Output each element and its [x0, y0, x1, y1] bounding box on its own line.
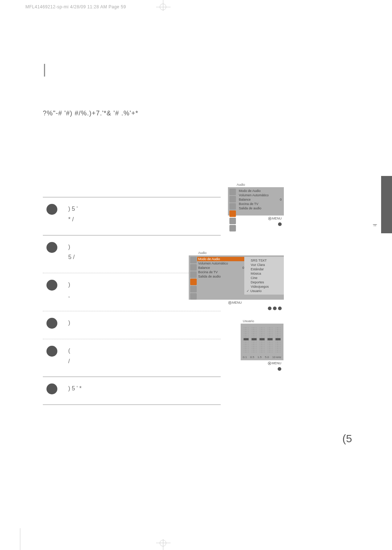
eq-slider — [244, 327, 249, 353]
osd-submenu: SRS TSXT Voz Clara Estándar Música Cine … — [244, 257, 284, 295]
osd-title: Audio — [189, 250, 284, 255]
osd-category-icons — [190, 257, 197, 300]
crop-mark-bottom — [156, 539, 171, 550]
osd-list: Modo de Audio Volumen Automático Balance… — [239, 189, 282, 210]
enter-icon — [228, 301, 232, 304]
eq-freq-label: 1.5 — [258, 356, 262, 359]
menu-label: MENU — [272, 217, 282, 220]
osd-option: Música — [246, 271, 282, 276]
osd-item: Salida de audio — [198, 275, 221, 278]
page-number: (5 — [342, 432, 352, 445]
enter-icon — [268, 217, 271, 220]
osd-preview-equalizer: Usuario 0.1 0.5 1.5 5.0 10 kHz MENU — [241, 319, 283, 371]
osd-item: Volumen Automático — [198, 262, 228, 265]
decorative-dots — [189, 304, 284, 310]
section-title: ?%"-# '#) #/%.)+7.'*& '# .%'+* — [43, 110, 348, 117]
osd-item: Balance — [239, 198, 251, 201]
osd-category-icons — [229, 189, 236, 231]
osd-item: Volumen Automático — [239, 193, 269, 197]
thumb-tab — [381, 176, 392, 233]
step-4: ) — [43, 311, 221, 339]
osd-preview-audio-2: Audio Modo de Audio Volumen Automático B… — [189, 250, 284, 310]
decorative-dot — [278, 367, 281, 371]
osd-footer: MENU — [189, 300, 244, 304]
eq-freq-label: 0.1 — [243, 356, 247, 359]
osd-item: Bocina de TV — [239, 202, 258, 206]
step-1: ) 5 ' * / — [43, 197, 221, 235]
osd-item: Modo de Audio — [239, 189, 261, 193]
osd-option: Cine — [246, 276, 282, 280]
osd-footer: MENU — [228, 216, 284, 220]
osd-option: SRS TSXT — [246, 258, 282, 263]
step-text: ) , — [68, 280, 70, 301]
eq-title: Usuario — [241, 319, 283, 324]
osd-option: Voz Clara — [246, 263, 282, 267]
menu-label: MENU — [232, 301, 242, 304]
step-text: ) — [68, 318, 70, 328]
step-text: ) 5 / — [68, 242, 75, 263]
step-text: ( / — [68, 346, 70, 367]
osd-item: Bocina de TV — [198, 270, 218, 274]
eq-freq-label: 0.5 — [250, 356, 254, 359]
audio-icon — [229, 210, 236, 217]
audio-icon — [190, 279, 197, 285]
crop-mark-left — [20, 528, 20, 550]
eq-freq-label: 10 kHz — [272, 356, 281, 359]
osd-title: Audio — [228, 182, 284, 187]
osd-option: Deportes — [246, 280, 282, 284]
osd-value: 0 — [242, 266, 244, 270]
step-5: ( / — [43, 339, 221, 377]
osd-value: 0 — [280, 198, 282, 201]
chapter-mark: | — [43, 62, 348, 77]
osd-option: Estándar — [246, 267, 282, 271]
step-6: ) 5 ' * — [43, 377, 221, 405]
eq-slider — [275, 327, 281, 353]
eq-slider — [252, 327, 257, 353]
osd-item: Balance — [198, 266, 210, 270]
step-badge — [46, 204, 57, 215]
osd-item: Salida de audio — [239, 206, 261, 210]
eq-slider — [268, 327, 273, 353]
step-text: ) 5 ' * — [68, 383, 82, 394]
decorative-dot — [278, 222, 282, 226]
print-header: MFL41469212-sp-mi 4/28/09 11:28 AM Page … — [25, 4, 126, 9]
side-character: ㅠ — [372, 221, 377, 228]
menu-label: MENU — [272, 361, 282, 365]
eq-freq-label: 5.0 — [265, 356, 269, 359]
osd-item-selected: Modo de Audio — [198, 257, 220, 261]
osd-option: Videojuegos — [246, 284, 282, 289]
enter-icon — [268, 362, 271, 365]
osd-option-checked: Usuario — [246, 289, 282, 293]
step-text: ) 5 ' * / — [68, 204, 78, 225]
eq-slider — [260, 327, 265, 353]
crop-mark-top — [156, 0, 171, 11]
osd-footer: MENU — [241, 360, 283, 365]
osd-preview-audio-1: Audio Modo de Audio Volumen Automático B… — [228, 182, 284, 226]
